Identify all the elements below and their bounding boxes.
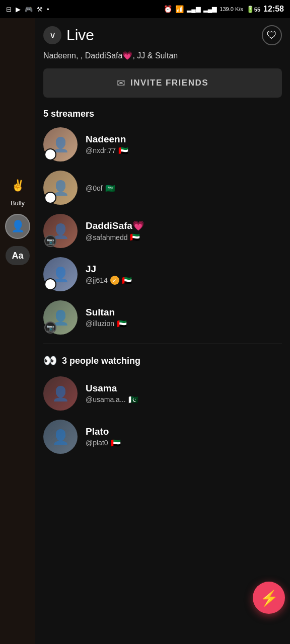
streamer-name: JJ <box>86 264 282 275</box>
streamer-name: Sultan <box>86 307 282 318</box>
signal1-icon: ▂▄▆ <box>187 6 200 13</box>
avatar-wrap: 👤 🎙 <box>43 127 78 162</box>
watcher-name: Plato <box>86 426 282 437</box>
notification-icon: ⊟ <box>6 6 12 13</box>
flag-icon: 🇦🇪 <box>117 319 127 329</box>
flag-icon: 🇦🇪 <box>130 232 140 242</box>
watcher-handle: @plat0 🇦🇪 <box>86 438 282 448</box>
mail-icon: ✉ <box>117 77 125 89</box>
streamer-info: DaddiSafa💗 @safahmedd 🇦🇪 <box>86 220 282 242</box>
alarm-icon: ⏰ <box>164 5 172 13</box>
status-left-icons: ⊟ ▶ 🎮 ⚒ • <box>6 6 49 13</box>
eyes-icon: 👀 <box>43 354 57 367</box>
bolt-icon: ⚡ <box>260 589 278 607</box>
youtube-icon: ▶ <box>16 6 21 13</box>
status-bar: ⊟ ▶ 🎮 ⚒ • ⏰ 📶 ▂▄▆ ▂▄▆ 139.0 K/s 🔋55 12:5… <box>0 0 290 18</box>
streamer-item[interactable]: 👤 📷 Sultan @illuzion 🇦🇪 <box>43 300 282 335</box>
streamer-handle: @safahmedd 🇦🇪 <box>86 232 282 242</box>
streamer-info: Sultan @illuzion 🇦🇪 <box>86 307 282 329</box>
chevron-down-icon: ∨ <box>49 30 56 41</box>
streamer-handle: @0of 🇸🇦 <box>86 184 282 193</box>
network-speed: 139.0 K/s <box>220 6 243 12</box>
streamer-handle: @nxdr.77 🇦🇪 <box>86 146 282 155</box>
battery-icon: 🔋55 <box>246 6 260 13</box>
flag-icon: 🇦🇪 <box>111 438 121 448</box>
streamer-item[interactable]: 👤 🎙 Nadeenn @nxdr.77 🇦🇪 <box>43 127 282 162</box>
streamer-handle: @illuzion 🇦🇪 <box>86 319 282 329</box>
streamer-info: Nadeenn @nxdr.77 🇦🇪 <box>86 134 282 155</box>
watcher-item[interactable]: 👤 Plato @plat0 🇦🇪 <box>43 420 282 454</box>
bolt-button[interactable]: ⚡ <box>253 582 285 614</box>
flag-icon: 🇦🇪 <box>122 276 132 285</box>
avatar-wrap: 👤 <box>43 376 78 411</box>
avatar-wrap: 👤 🎙 <box>43 257 78 291</box>
flag-icon: 🇸🇦 <box>105 184 115 193</box>
watching-row: 👀 3 people watching <box>43 354 282 367</box>
streamer-name: Nadeenn <box>86 134 282 145</box>
avatar-wrap: 👤 📷 <box>43 214 78 248</box>
watcher-item[interactable]: 👤 Usama @usama.a... 🇵🇰 <box>43 376 282 411</box>
avatar-wrap: 👤 <box>43 420 78 454</box>
streamer-handle: @jj614 ✓ 🇦🇪 <box>86 276 282 285</box>
left-panel: ✌ Bully 👤 Aa <box>0 18 35 644</box>
watching-label: 3 people watching <box>62 356 140 366</box>
verified-icon: ✓ <box>110 276 119 285</box>
header-left: ∨ Live <box>43 26 94 44</box>
chevron-down-button[interactable]: ∨ <box>43 26 61 44</box>
status-right-icons: ⏰ 📶 ▂▄▆ ▂▄▆ 139.0 K/s 🔋55 12:58 <box>164 5 284 14</box>
page-title: Live <box>66 27 94 44</box>
tools-icon: ⚒ <box>37 6 43 13</box>
invite-friends-button[interactable]: ✉ INVITE FRIENDS <box>43 68 282 98</box>
wifi-icon: 📶 <box>175 5 184 13</box>
streamer-item[interactable]: 👤 🎙 JJ @jj614 ✓ 🇦🇪 <box>43 257 282 291</box>
left-avatar: 👤 <box>5 214 30 239</box>
streamers-title: 5 streamers <box>43 109 282 119</box>
streamer-info: JJ @jj614 ✓ 🇦🇪 <box>86 264 282 285</box>
main-panel: ∨ Live 🛡 Nadeenn, , DaddiSafa💗, JJ & Sul… <box>35 18 290 644</box>
shield-button[interactable]: 🛡 <box>262 25 282 45</box>
streamers-section: 5 streamers 👤 🎙 Nadeenn @nxdr.77 🇦🇪 👤 � <box>43 109 282 335</box>
watcher-name: Usama <box>86 383 282 394</box>
streamers-list: 👤 🎙 Nadeenn @nxdr.77 🇦🇪 👤 🎙 <box>43 127 282 335</box>
flag-icon: 🇦🇪 <box>118 146 128 155</box>
bully-label: Bully <box>11 199 25 207</box>
watcher-info: Plato @plat0 🇦🇪 <box>86 426 282 448</box>
shield-icon: 🛡 <box>267 30 277 41</box>
watchers-list: 👤 Usama @usama.a... 🇵🇰 👤 Plato @plat0 🇦🇪 <box>43 376 282 454</box>
invite-friends-label: INVITE FRIENDS <box>130 78 208 88</box>
dot-icon: • <box>47 6 49 13</box>
flag-icon: 🇵🇰 <box>128 395 138 405</box>
clock-time: 12:58 <box>263 5 284 14</box>
section-divider <box>43 344 282 344</box>
watcher-handle: @usama.a... 🇵🇰 <box>86 395 282 405</box>
hosts-line: Nadeenn, , DaddiSafa💗, JJ & Sultan <box>43 50 282 61</box>
avatar: 👤 <box>43 376 78 411</box>
watcher-info: Usama @usama.a... 🇵🇰 <box>86 383 282 405</box>
header: ∨ Live 🛡 <box>43 18 282 48</box>
streamer-item[interactable]: 👤 📷 DaddiSafa💗 @safahmedd 🇦🇪 <box>43 214 282 248</box>
streamer-info: @0of 🇸🇦 <box>86 183 282 193</box>
peace-emoji: ✌ <box>11 179 25 192</box>
streamer-name: DaddiSafa💗 <box>86 220 282 231</box>
avatar: 👤 <box>43 420 78 454</box>
avatar-wrap: 👤 🎙 <box>43 171 78 205</box>
signal2-icon: ▂▄▆ <box>203 6 217 13</box>
streamer-item[interactable]: 👤 🎙 @0of 🇸🇦 <box>43 171 282 205</box>
game-icon: 🎮 <box>25 6 33 13</box>
avatar-wrap: 👤 📷 <box>43 300 78 335</box>
aa-label[interactable]: Aa <box>6 246 30 265</box>
